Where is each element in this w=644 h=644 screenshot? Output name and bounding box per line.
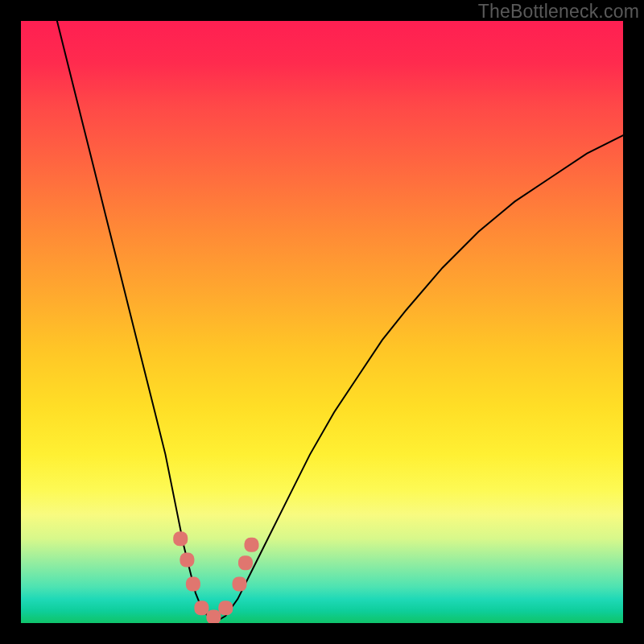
marker-point: [245, 538, 259, 552]
chart-frame: TheBottleneck.com: [0, 0, 644, 644]
marker-point: [218, 601, 233, 615]
marker-point: [180, 553, 194, 568]
marker-point: [186, 576, 200, 591]
marker-point: [233, 576, 247, 591]
bottleneck-curve: [57, 21, 623, 620]
chart-svg: [21, 21, 623, 623]
marker-point: [173, 531, 188, 546]
marker-point: [194, 601, 208, 615]
curve-markers: [173, 531, 258, 623]
marker-point: [206, 610, 221, 624]
watermark-text: TheBottleneck.com: [478, 1, 639, 23]
plot-area: [21, 21, 623, 623]
marker-point: [238, 555, 253, 570]
